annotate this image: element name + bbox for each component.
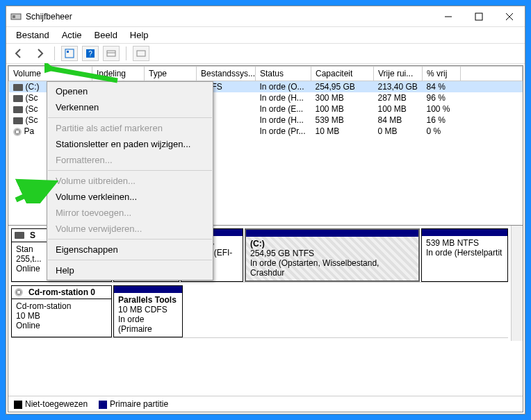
col-type[interactable]: Type — [145, 67, 197, 81]
ctx-explore[interactable]: Verkennen — [47, 99, 213, 115]
ctx-properties[interactable]: Eigenschappen — [47, 242, 213, 258]
disk-icon — [15, 232, 24, 239]
part-name: Parallels Tools — [118, 295, 178, 305]
svg-rect-6 — [65, 49, 74, 58]
separator — [48, 117, 212, 118]
minimize-button[interactable] — [433, 6, 464, 27]
disk-size: 10 MB — [16, 311, 107, 321]
separator — [48, 170, 212, 171]
col-free[interactable]: Vrije rui... — [374, 67, 423, 81]
part-size: 254,95 GB NTFS — [250, 249, 414, 258]
disk-name: Cd-rom-station 0 — [28, 287, 95, 297]
ctx-mirror: Mirror toevoegen... — [47, 205, 213, 221]
col-pct[interactable]: % vrij — [423, 67, 461, 81]
disk-info[interactable]: Cd-rom-station 0 Cd-rom-station 10 MB On… — [11, 285, 112, 337]
col-layout[interactable]: Indeling — [92, 67, 145, 81]
svg-text:?: ? — [88, 50, 92, 58]
vertical-scrollbar[interactable] — [511, 226, 523, 341]
disk-type: Cd-rom-station — [16, 301, 107, 311]
svg-rect-10 — [107, 51, 115, 56]
back-button[interactable] — [10, 46, 27, 61]
legend-unallocated: Niet-toegewezen — [14, 399, 88, 409]
ctx-extend: Volume uitbreiden... — [47, 173, 213, 189]
menu-view[interactable]: Beeld — [89, 28, 123, 42]
cd-icon — [15, 288, 23, 296]
help-button[interactable]: ? — [82, 46, 99, 61]
legend-primary: Primaire partitie — [99, 399, 168, 409]
menu-action[interactable]: Actie — [56, 28, 88, 42]
ctx-format: Formatteren... — [47, 152, 213, 168]
toolbar-btn-3[interactable] — [103, 46, 120, 61]
separator — [126, 47, 126, 60]
ctx-change-letter[interactable]: Stationsletter en paden wijzigen... — [47, 136, 213, 152]
separator — [54, 47, 55, 60]
volume-icon — [13, 128, 22, 136]
part-status: In orde (Opstarten, Wisselbestand, Crash… — [250, 258, 414, 278]
svg-rect-12 — [137, 51, 145, 56]
maximize-button[interactable] — [464, 6, 494, 27]
disk-row-cd: Cd-rom-station 0 Cd-rom-station 10 MB On… — [11, 285, 508, 338]
partition-selected[interactable]: (C:) 254,95 GB NTFS In orde (Opstarten, … — [245, 228, 420, 282]
window-title: Schijfbeheer — [26, 12, 433, 22]
table-header: Volume Indeling Type Bestandssys... Stat… — [9, 67, 523, 81]
col-fs[interactable]: Bestandssys... — [197, 67, 256, 81]
separator — [48, 239, 212, 240]
legend: Niet-toegewezen Primaire partitie — [8, 396, 523, 412]
col-volume[interactable]: Volume — [9, 67, 92, 81]
context-menu: Openen Verkennen Partitie als actief mar… — [47, 81, 213, 280]
svg-rect-7 — [67, 51, 69, 53]
volume-icon — [13, 84, 23, 91]
part-status: In orde (Herstelpartit — [426, 248, 503, 258]
disk-status: Online — [16, 321, 107, 330]
toolbar: ? — [6, 43, 525, 64]
menu-file[interactable]: Bestand — [10, 28, 55, 42]
ctx-open[interactable]: Openen — [47, 83, 213, 99]
volume-icon — [13, 95, 23, 102]
part-size: 539 MB NTFS — [426, 238, 503, 248]
ctx-shrink[interactable]: Volume verkleinen... — [47, 189, 213, 205]
disk-name: S — [30, 230, 35, 240]
svg-rect-3 — [475, 13, 482, 20]
col-blank[interactable] — [461, 67, 523, 81]
ctx-help[interactable]: Help — [47, 262, 213, 278]
volume-icon — [13, 106, 23, 113]
col-status[interactable]: Status — [256, 67, 311, 81]
part-status: In orde (Primaire — [118, 314, 178, 334]
toolbar-btn-4[interactable] — [133, 46, 149, 61]
partition[interactable]: 539 MB NTFS In orde (Herstelpartit — [421, 228, 508, 282]
volume-icon — [13, 117, 23, 124]
close-button[interactable] — [494, 6, 525, 27]
part-name: (C:) — [250, 239, 414, 249]
app-icon — [10, 11, 22, 22]
titlebar: Schijfbeheer — [6, 6, 525, 27]
part-size: 10 MB CDFS — [118, 305, 178, 314]
content-area: Volume Indeling Type Bestandssys... Stat… — [8, 65, 523, 412]
volume-list: Volume Indeling Type Bestandssys... Stat… — [8, 66, 523, 226]
svg-rect-1 — [13, 15, 15, 18]
partition[interactable]: Parallels Tools 10 MB CDFS In orde (Prim… — [113, 285, 183, 337]
ctx-delete: Volume verwijderen... — [47, 221, 213, 237]
ctx-mark-active: Partitie als actief markeren — [47, 120, 213, 136]
separator — [48, 260, 212, 260]
disk-management-window: Schijfbeheer Bestand Actie Beeld Help ? … — [6, 6, 525, 414]
toolbar-btn-1[interactable] — [61, 46, 78, 61]
forward-button[interactable] — [31, 46, 48, 61]
menubar: Bestand Actie Beeld Help — [6, 27, 525, 43]
col-cap[interactable]: Capaciteit — [311, 67, 374, 81]
menu-help[interactable]: Help — [124, 28, 154, 42]
